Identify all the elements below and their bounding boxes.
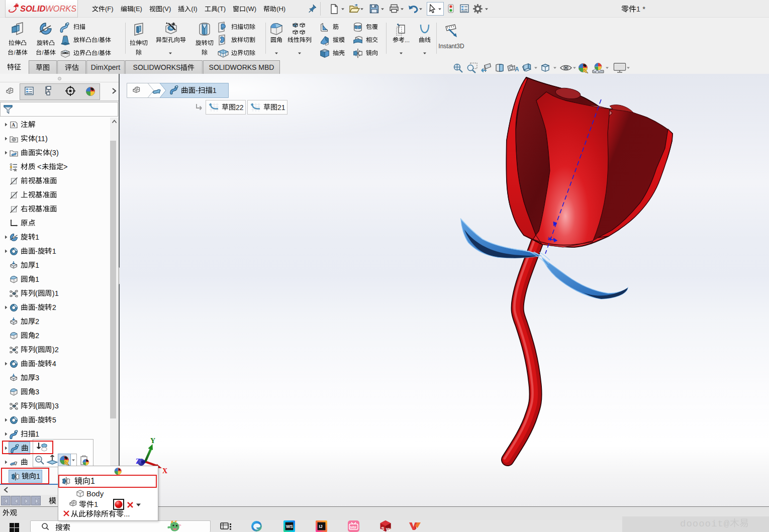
svg-text:A: A — [515, 66, 519, 73]
svg-text:Y: Y — [150, 437, 155, 445]
svg-text:IJ: IJ — [319, 524, 322, 529]
svg-text:A: A — [12, 122, 16, 128]
svg-text:X: X — [162, 467, 167, 475]
svg-text:W: W — [386, 527, 391, 532]
svg-text:blbl: blbl — [350, 525, 356, 529]
svg-text:SOLID: SOLID — [20, 4, 46, 13]
svg-text:WS: WS — [286, 524, 293, 529]
svg-text:S: S — [381, 526, 384, 531]
svg-text:WORKS: WORKS — [45, 4, 76, 13]
